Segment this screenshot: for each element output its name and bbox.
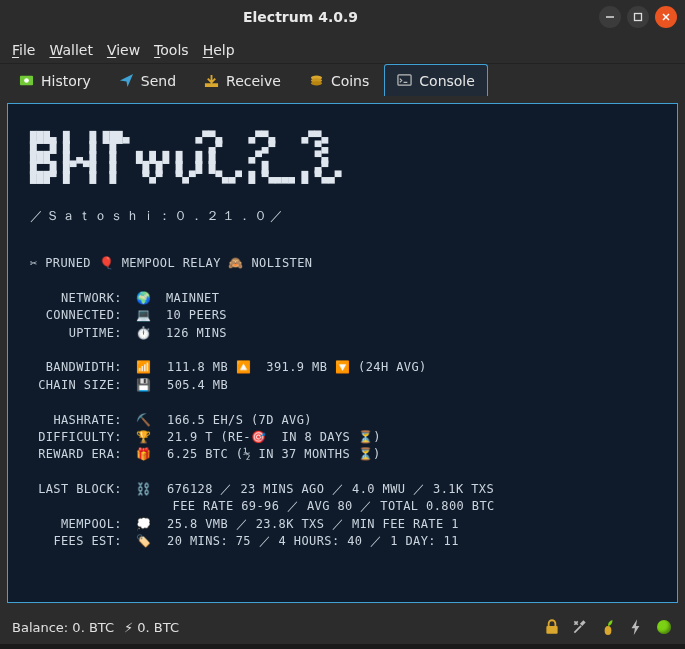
ascii-banner: ███▄ █ █ ███▄ ▄▀▀▄ ▄▀▀▄ ▄▀▀▄ █ █ █ █ █ ▄… xyxy=(30,133,661,183)
console-icon xyxy=(397,73,412,88)
tab-label: Console xyxy=(419,73,475,89)
svg-rect-9 xyxy=(398,75,411,85)
preferences-icon[interactable] xyxy=(571,618,589,636)
network-status-icon[interactable] xyxy=(655,618,673,636)
satoshi-line: ／Ｓａｔｏｓｈｉ：０．２１．０／ xyxy=(30,207,661,226)
tab-label: Coins xyxy=(331,73,369,89)
tab-send[interactable]: Send xyxy=(106,64,189,96)
svg-point-11 xyxy=(605,626,612,635)
lock-icon[interactable] xyxy=(543,618,561,636)
seed-icon[interactable] xyxy=(599,618,617,636)
lightning-icon[interactable] xyxy=(627,618,645,636)
tab-label: History xyxy=(41,73,91,89)
history-icon xyxy=(19,73,34,88)
window-title: Electrum 4.0.9 xyxy=(8,9,593,25)
menu-tools[interactable]: Tools xyxy=(154,42,189,58)
tab-coins[interactable]: Coins xyxy=(296,64,382,96)
send-icon xyxy=(119,73,134,88)
tab-history[interactable]: History xyxy=(6,64,104,96)
tabbar: History Send Receive Coins Console xyxy=(0,64,685,96)
coins-icon xyxy=(309,73,324,88)
menu-help[interactable]: Help xyxy=(203,42,235,58)
balance-text: Balance: 0. BTC xyxy=(12,620,114,635)
svg-rect-1 xyxy=(635,14,642,21)
menu-view[interactable]: View xyxy=(107,42,140,58)
console-output: ███▄ █ █ ███▄ ▄▀▀▄ ▄▀▀▄ ▄▀▀▄ █ █ █ █ █ ▄… xyxy=(7,103,678,603)
menubar: File Wallet View Tools Help xyxy=(0,34,685,64)
tab-label: Send xyxy=(141,73,176,89)
window-maximize-button[interactable] xyxy=(627,6,649,28)
receive-icon xyxy=(204,73,219,88)
svg-point-8 xyxy=(311,81,322,85)
console-body: ✂ PRUNED 🎈 MEMPOOL RELAY 🙈 NOLISTEN NETW… xyxy=(30,255,661,551)
lightning-balance: ⚡ 0. BTC xyxy=(124,620,179,635)
tab-receive[interactable]: Receive xyxy=(191,64,294,96)
svg-rect-10 xyxy=(546,626,557,634)
window-minimize-button[interactable] xyxy=(599,6,621,28)
menu-wallet[interactable]: Wallet xyxy=(49,42,92,58)
svg-point-5 xyxy=(24,78,29,83)
menu-file[interactable]: File xyxy=(12,42,35,58)
tab-console[interactable]: Console xyxy=(384,64,488,96)
window-close-button[interactable] xyxy=(655,6,677,28)
statusbar: Balance: 0. BTC ⚡ 0. BTC xyxy=(0,610,685,644)
window-titlebar: Electrum 4.0.9 xyxy=(0,0,685,34)
tab-label: Receive xyxy=(226,73,281,89)
